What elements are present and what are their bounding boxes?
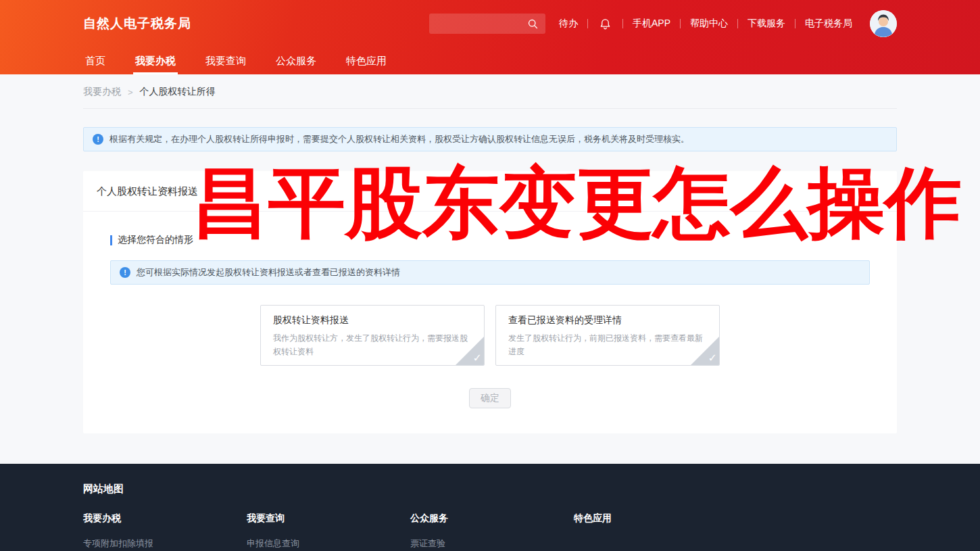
- notice-banner: ! 根据有关规定，在办理个人股权转让所得申报时，需要提交个人股权转让相关资料，股…: [83, 127, 897, 151]
- nav-item-query[interactable]: 我要查询: [203, 47, 248, 74]
- notice-text: 根据有关规定，在办理个人股权转让所得申报时，需要提交个人股权转让相关资料，股权受…: [109, 133, 689, 145]
- main-panel: 个人股权转让资料报送 选择您符合的情形 ! 您可根据实际情况发起股权转让资料报送…: [83, 171, 897, 433]
- sitemap-heading: 网站地图: [83, 483, 897, 496]
- help-center-link[interactable]: 帮助中心: [681, 18, 737, 30]
- footer-link-declaration-query[interactable]: 申报信息查询: [247, 537, 410, 550]
- etax-bureau-link[interactable]: 电子税务局: [795, 18, 862, 30]
- section-label: 选择您符合的情形: [110, 234, 870, 246]
- notifications-bell[interactable]: [588, 18, 622, 30]
- confirm-button[interactable]: 确定: [469, 388, 511, 408]
- check-icon: ✓: [708, 352, 717, 364]
- download-service-link[interactable]: 下载服务: [738, 18, 795, 30]
- breadcrumb: 我要办税 > 个人股权转让所得: [83, 74, 897, 109]
- option-title: 查看已报送资料的受理详情: [508, 314, 707, 327]
- footer-column-public-services: 公众服务 票证查验: [410, 512, 574, 550]
- search-input[interactable]: [436, 19, 527, 29]
- nav-item-featured-apps[interactable]: 特色应用: [344, 47, 389, 74]
- avatar-image: [870, 10, 897, 37]
- search-icon: [527, 18, 539, 30]
- app-logo: 自然人电子税务局: [83, 15, 191, 32]
- app-header: 自然人电子税务局 待办 手机APP: [0, 0, 980, 74]
- breadcrumb-parent[interactable]: 我要办税: [83, 86, 121, 98]
- footer-column-query: 我要查询 申报信息查询: [247, 512, 410, 550]
- panel-title: 个人股权转让资料报送: [83, 171, 897, 212]
- option-cards: 股权转让资料报送 我作为股权转让方，发生了股权转让行为，需要报送股权转让资料 ✓…: [110, 305, 870, 366]
- page-footer: 网站地图 我要办税 专项附加扣除填报 我要查询 申报信息查询 公众服务 票证查验…: [0, 464, 980, 551]
- hint-text: 您可根据实际情况发起股权转让资料报送或者查看已报送的资料详情: [137, 266, 400, 279]
- mobile-app-link[interactable]: 手机APP: [623, 18, 680, 30]
- footer-link-ticket-verification[interactable]: 票证查验: [410, 537, 574, 550]
- section-label-text: 选择您符合的情形: [118, 234, 193, 246]
- option-title: 股权转让资料报送: [273, 314, 472, 327]
- option-description: 我作为股权转让方，发生了股权转让行为，需要报送股权转让资料: [273, 331, 472, 359]
- option-card-submit-materials[interactable]: 股权转让资料报送 我作为股权转让方，发生了股权转让行为，需要报送股权转让资料 ✓: [260, 305, 485, 366]
- nav-item-home[interactable]: 首页: [83, 47, 107, 74]
- search-box[interactable]: [429, 14, 545, 34]
- nav-item-tax-handling[interactable]: 我要办税: [133, 47, 178, 74]
- nav-item-public-services[interactable]: 公众服务: [274, 47, 318, 74]
- footer-column-featured-apps: 特色应用: [574, 512, 737, 550]
- chevron-right-icon: >: [128, 87, 133, 97]
- footer-column-tax-handling: 我要办税 专项附加扣除填报: [83, 512, 247, 550]
- section-bar-icon: [110, 235, 112, 245]
- check-icon: ✓: [473, 352, 482, 364]
- user-avatar[interactable]: [870, 10, 897, 37]
- footer-column-title: 我要办税: [83, 512, 247, 525]
- bell-icon: [599, 18, 612, 30]
- footer-column-title: 特色应用: [574, 512, 737, 525]
- main-nav: 首页 我要办税 我要查询 公众服务 特色应用: [83, 47, 897, 74]
- option-card-view-progress[interactable]: 查看已报送资料的受理详情 发生了股权转让行为，前期已报送资料，需要查看最新进度 …: [495, 305, 720, 366]
- todo-link[interactable]: 待办: [549, 18, 587, 30]
- footer-column-title: 公众服务: [410, 512, 574, 525]
- footer-column-title: 我要查询: [247, 512, 410, 525]
- footer-link-special-deduction[interactable]: 专项附加扣除填报: [83, 537, 247, 550]
- breadcrumb-current: 个人股权转让所得: [140, 86, 216, 98]
- info-icon: !: [93, 134, 103, 145]
- hint-banner: ! 您可根据实际情况发起股权转让资料报送或者查看已报送的资料详情: [110, 260, 870, 285]
- header-menu: 待办 手机APP 帮助中心 下载服务 电子税务局: [549, 10, 897, 37]
- info-icon: !: [120, 267, 130, 278]
- option-description: 发生了股权转让行为，前期已报送资料，需要查看最新进度: [508, 331, 707, 359]
